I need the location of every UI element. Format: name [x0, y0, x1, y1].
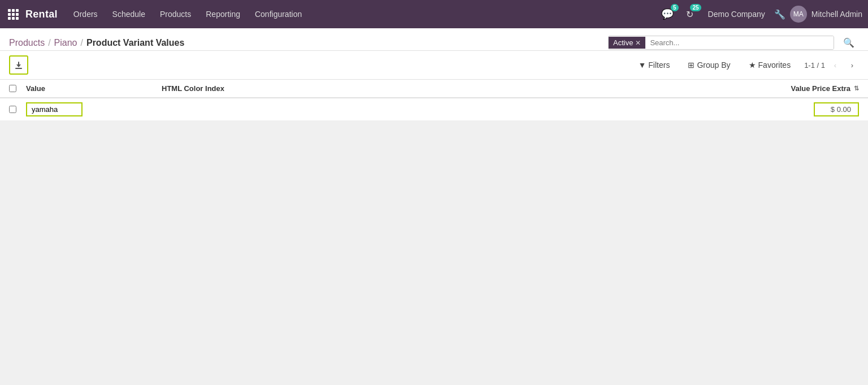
group-by-icon: ⊞ [688, 60, 695, 70]
next-page-button[interactable]: › [845, 58, 859, 72]
filter-tag-label: Active [613, 38, 633, 47]
toolbar: ▼ Filters ⊞ Group By ★ Favorites 1-1 / 1… [0, 51, 868, 80]
table-header: Value HTML Color Index Value Price Extra… [0, 80, 868, 98]
filters-label: Filters [648, 60, 670, 70]
breadcrumb-bar: Products / Piano / Product Variant Value… [0, 28, 868, 51]
favorites-button[interactable]: ★ Favorites [744, 58, 796, 72]
company-selector[interactable]: Demo Company [704, 10, 770, 19]
select-all-checkbox[interactable] [9, 85, 16, 92]
avatar-initials: MA [793, 10, 804, 18]
pagination-text: 1-1 / 1 [804, 61, 825, 70]
svg-rect-0 [15, 68, 22, 69]
export-button[interactable] [9, 55, 28, 75]
apps-grid-icon[interactable] [6, 7, 21, 22]
refresh-badge: 25 [690, 4, 701, 11]
refresh-button[interactable]: ↻ 25 [681, 5, 699, 23]
download-icon [14, 60, 23, 70]
filter-tag-close[interactable]: ✕ [635, 39, 641, 47]
chat-badge: 5 [671, 4, 679, 11]
select-all-checkbox-wrapper[interactable] [9, 85, 26, 92]
menu-products[interactable]: Products [153, 6, 198, 22]
breadcrumb-current: Product Variant Values [86, 38, 184, 48]
value-text[interactable]: yamaha [26, 102, 83, 116]
user-name[interactable]: Mitchell Admin [811, 10, 862, 19]
col-header-value: Value [26, 84, 162, 93]
search-input[interactable] [645, 36, 834, 49]
cell-value: yamaha [26, 102, 162, 116]
apps-menu[interactable] [6, 7, 21, 22]
col-header-price-extra: Value Price Extra ⇅ [757, 84, 859, 93]
group-by-button[interactable]: ⊞ Group By [683, 58, 735, 72]
main-menu: Orders Schedule Products Reporting Confi… [67, 6, 658, 22]
row-checkbox[interactable] [9, 106, 16, 113]
cell-price-extra: $ 0.00 [757, 102, 859, 116]
toolbar-left [9, 55, 28, 75]
row-checkbox-wrapper[interactable] [9, 106, 26, 113]
search-bar: Active ✕ [608, 36, 834, 50]
star-icon: ★ [749, 60, 756, 70]
menu-orders[interactable]: Orders [67, 6, 105, 22]
menu-reporting[interactable]: Reporting [199, 6, 247, 22]
toolbar-right: ▼ Filters ⊞ Group By ★ Favorites 1-1 / 1… [633, 58, 859, 72]
brand-label[interactable]: Rental [25, 8, 58, 20]
svg-marker-2 [16, 64, 21, 67]
avatar[interactable]: MA [790, 6, 807, 23]
breadcrumb-sep-1: / [48, 38, 50, 48]
topnav-right: 💬 5 ↻ 25 Demo Company 🔧 MA Mitchell Admi… [658, 5, 862, 23]
menu-configuration[interactable]: Configuration [248, 6, 309, 22]
active-filter-tag: Active ✕ [609, 37, 645, 49]
table-row[interactable]: yamaha $ 0.00 [0, 98, 868, 121]
breadcrumb-sep-2: / [81, 38, 83, 48]
sort-icon[interactable]: ⇅ [854, 85, 859, 92]
breadcrumb-products[interactable]: Products [9, 38, 45, 48]
breadcrumb-piano[interactable]: Piano [54, 38, 77, 48]
breadcrumb: Products / Piano / Product Variant Value… [9, 38, 184, 48]
group-by-label: Group By [697, 60, 730, 70]
filters-button[interactable]: ▼ Filters [633, 58, 674, 72]
prev-page-button[interactable]: ‹ [828, 58, 842, 72]
price-extra-text[interactable]: $ 0.00 [814, 102, 859, 116]
pagination: 1-1 / 1 ‹ › [804, 58, 859, 72]
search-submit-button[interactable]: 🔍 [839, 35, 859, 50]
top-navigation: Rental Orders Schedule Products Reportin… [0, 0, 868, 28]
menu-schedule[interactable]: Schedule [106, 6, 152, 22]
table-body: yamaha $ 0.00 [0, 98, 868, 121]
favorites-label: Favorites [758, 60, 791, 70]
col-header-html-color: HTML Color Index [162, 84, 757, 93]
chat-button[interactable]: 💬 5 [658, 5, 676, 23]
empty-area [0, 121, 868, 313]
filter-icon: ▼ [638, 60, 646, 70]
settings-icon[interactable]: 🔧 [774, 9, 785, 20]
